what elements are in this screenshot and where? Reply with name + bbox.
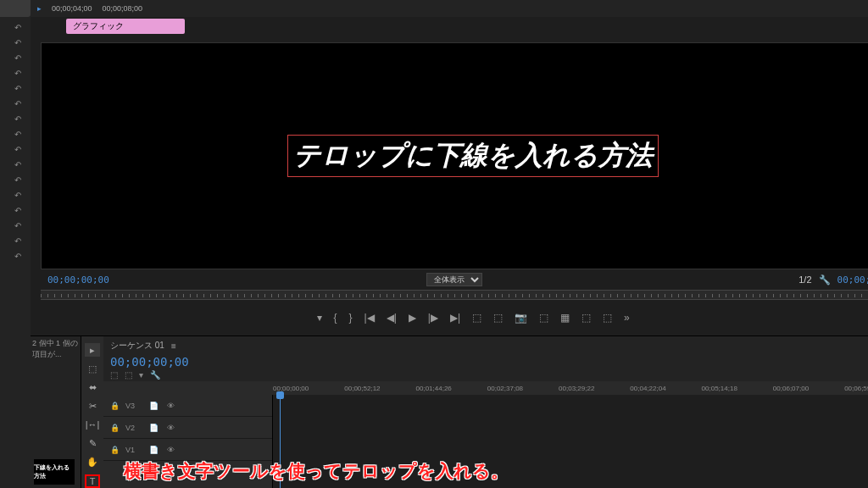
current-timecode[interactable]: 00;00;00;00 (47, 274, 109, 286)
undo-step[interactable]: ↶ (5, 66, 31, 80)
undo-step[interactable]: ↶ (5, 20, 31, 34)
panel-menu-icon[interactable]: ≡ (171, 341, 176, 351)
track-header-v3[interactable]: 🔒V3 📄👁 (103, 395, 272, 417)
sequence-name[interactable]: シーケンス 01 (110, 340, 164, 352)
tools-panel: ▸ ⬚ ⬌ ✂ |↔| ✎ ✋ T (81, 336, 103, 488)
step-forward-button[interactable]: |▶ (428, 312, 438, 324)
insert-button[interactable]: ⬚ (581, 312, 591, 324)
type-tool[interactable]: T (85, 474, 100, 488)
linked-selection-icon[interactable]: ⬚ (125, 370, 132, 380)
undo-step[interactable]: ↶ (5, 219, 31, 232)
selection-tool[interactable]: ▸ (85, 343, 100, 357)
go-to-in-button[interactable]: |◀ (364, 312, 375, 324)
lift-button[interactable]: ⬚ (472, 312, 481, 324)
undo-step[interactable]: ↶ (5, 188, 31, 202)
undo-step[interactable]: ↶ (5, 142, 31, 156)
play-button[interactable]: ▶ (409, 312, 416, 324)
more-button[interactable]: » (624, 312, 630, 324)
undo-step[interactable]: ↶ (5, 127, 31, 141)
snap-icon[interactable]: ⬚ (110, 370, 118, 380)
undo-step[interactable]: ↶ (5, 36, 31, 49)
program-monitor[interactable]: テロップに下線を入れる方法 (41, 42, 868, 269)
track-header-v1[interactable]: 🔒V1 📄👁 (103, 439, 272, 461)
export-frame-button[interactable]: 📷 (515, 312, 527, 324)
extract-button[interactable]: ⬚ (493, 312, 503, 324)
graphic-clip[interactable]: グラフィック (66, 19, 185, 34)
timecode-label: 00;00;08;00 (103, 4, 143, 13)
panel-tab[interactable] (0, 0, 31, 17)
undo-step[interactable]: ↶ (5, 203, 31, 217)
timecode-label: 00;00;04;00 (52, 4, 92, 13)
comparison-button[interactable]: ⬚ (539, 312, 548, 324)
timeline-ruler[interactable]: 00;00;00;00 00;00;52;12 00;01;44;26 00;0… (103, 381, 868, 395)
slip-tool[interactable]: |↔| (85, 418, 100, 431)
duration-timecode: 00;00;09;29 (837, 274, 868, 286)
out-point-button[interactable]: } (349, 312, 353, 324)
undo-step[interactable]: ↶ (5, 112, 31, 125)
undo-step[interactable]: ↶ (5, 81, 31, 95)
source-timeline-header: ▸ 00;00;04;00 00;00;08;00 (31, 0, 868, 17)
in-point-button[interactable]: { (334, 312, 337, 324)
marker-button[interactable]: ▾ (317, 312, 322, 324)
transport-controls: ▾ { } |◀ ◀| ▶ |▶ ▶| ⬚ ⬚ 📷 ⬚ ▦ ⬚ ⬚ » (41, 307, 868, 329)
preview-ruler[interactable] (41, 290, 868, 300)
pen-tool[interactable]: ✎ (85, 436, 100, 450)
ripple-edit-tool[interactable]: ⬌ (85, 380, 100, 394)
resolution-fraction[interactable]: 1/2 (798, 274, 811, 285)
undo-step[interactable]: ↶ (5, 173, 31, 186)
marker-icon: ▸ (37, 4, 42, 13)
sequence-thumbnail[interactable]: 下線を入れる方法 (34, 459, 75, 485)
go-to-out-button[interactable]: ▶| (450, 312, 460, 324)
timeline-timecode[interactable]: 00;00;00;00 (103, 355, 868, 369)
wrench-icon[interactable]: 🔧 (819, 274, 831, 286)
undo-step[interactable]: ↶ (5, 51, 31, 64)
undo-step[interactable]: ↶ (5, 97, 31, 110)
zoom-select[interactable]: 全体表示 (426, 273, 482, 286)
caption-text-overlay[interactable]: テロップに下線を入れる方法 (287, 135, 659, 177)
track-header-v2[interactable]: 🔒V2 📄👁 (103, 417, 272, 439)
hand-tool[interactable]: ✋ (85, 455, 100, 469)
step-back-button[interactable]: ◀| (387, 312, 397, 324)
marker-icon[interactable]: ▾ (139, 370, 143, 380)
safe-margins-button[interactable]: ▦ (560, 312, 570, 324)
undo-step[interactable]: ↶ (5, 249, 31, 263)
undo-step[interactable]: ↶ (5, 234, 31, 247)
tutorial-annotation: 横書き文字ツールを使ってテロップを入れる。 (124, 459, 509, 483)
overwrite-button[interactable]: ⬚ (603, 312, 612, 324)
history-panel: ↶ ↶ ↶ ↶ ↶ ↶ ↶ ↶ ↶ ↶ ↶ ↶ ↶ ↶ ↶ ↶ (0, 0, 31, 488)
track-select-tool[interactable]: ⬚ (85, 362, 100, 375)
razor-tool[interactable]: ✂ (85, 399, 100, 413)
project-panel: 2 個中 1 個の項目が... 下線を入れる方法 (31, 336, 81, 488)
undo-step[interactable]: ↶ (5, 158, 31, 171)
project-item-count: 2 個中 1 個の項目が... (31, 336, 81, 362)
settings-icon[interactable]: 🔧 (150, 370, 160, 380)
